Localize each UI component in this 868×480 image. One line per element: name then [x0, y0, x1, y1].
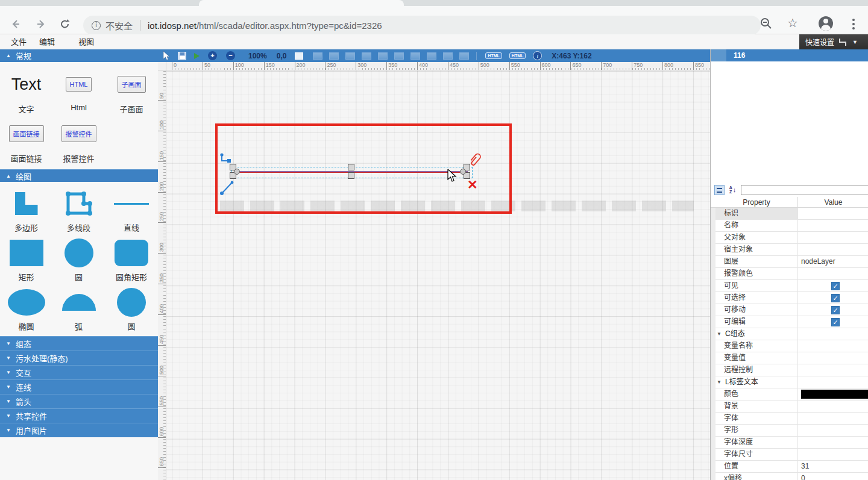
line-endpoint-handle[interactable] — [460, 169, 466, 175]
general-item[interactable]: HTMLHtml — [52, 70, 105, 120]
rotate-line-icon[interactable] — [219, 179, 235, 196]
property-value[interactable]: ✓ — [797, 280, 868, 292]
panel-header-collapsed[interactable]: ▼箭头 — [0, 394, 158, 408]
align-tool-icon[interactable] — [459, 52, 469, 60]
draw-item-arc[interactable]: 弧 — [52, 287, 105, 336]
panel-header-collapsed[interactable]: ▼污水处理(静态) — [0, 351, 158, 365]
active-tab[interactable] — [199, 0, 404, 6]
align-tool-icon[interactable] — [329, 52, 339, 60]
quick-settings-dropdown-icon[interactable]: ▼ — [852, 39, 858, 45]
checkbox-checked[interactable]: ✓ — [831, 282, 840, 290]
url-bar[interactable]: i 不安全 iot.idosp.net/html/scada/editor.as… — [83, 16, 761, 35]
panel-header-general[interactable]: ▲ 常规 — [0, 49, 158, 62]
panel-header-collapsed[interactable]: ▼连线 — [0, 379, 158, 394]
align-tool-icon[interactable] — [362, 52, 371, 60]
general-item[interactable]: 画面链接画面链接 — [0, 120, 52, 169]
menu-item-1[interactable]: 文件 — [11, 34, 27, 49]
zoom-indicator-icon[interactable] — [760, 17, 773, 33]
property-group-row[interactable]: L标签文本▼ — [711, 376, 868, 388]
resize-handle[interactable] — [348, 164, 354, 170]
property-value[interactable]: ✓ — [797, 304, 868, 316]
checkbox-checked[interactable]: ✓ — [831, 306, 840, 314]
property-value[interactable]: ✓ — [797, 292, 868, 304]
line-endpoint-handle[interactable] — [234, 169, 240, 175]
save-icon[interactable] — [178, 52, 186, 60]
align-tool-icon[interactable] — [410, 52, 420, 60]
property-row[interactable]: 字体深度 — [711, 437, 868, 449]
panel-header-collapsed[interactable]: ▼用户图片 — [0, 423, 158, 437]
menu-item-3[interactable]: 视图 — [78, 34, 94, 49]
draw-item-polyline[interactable]: 多线段 — [52, 188, 105, 237]
back-icon[interactable] — [8, 18, 23, 33]
property-row[interactable]: 可移动✓ — [711, 304, 868, 316]
align-tool-icon[interactable] — [313, 52, 322, 60]
property-row[interactable]: 颜色 — [711, 388, 868, 401]
page-info-icon[interactable]: i — [92, 21, 101, 30]
color-swatch-black[interactable] — [801, 390, 868, 399]
draw-item-roundrect[interactable]: 圆角矩形 — [105, 237, 158, 287]
align-tool-icon[interactable] — [394, 52, 404, 60]
canvas-properties-icon[interactable] — [295, 52, 303, 60]
select-cursor-icon[interactable] — [163, 51, 171, 61]
property-group-row[interactable]: C组态▼ — [711, 328, 868, 340]
profile-avatar[interactable] — [819, 16, 833, 31]
resize-handle[interactable] — [348, 172, 354, 179]
panel-header-collapsed[interactable]: ▼共享控件 — [0, 408, 158, 423]
categorized-view-icon[interactable] — [714, 185, 725, 195]
property-row[interactable]: 可见✓ — [711, 280, 868, 292]
align-tool-icon[interactable] — [427, 52, 436, 60]
html-source-icon[interactable]: HTML — [509, 52, 526, 59]
general-item[interactable]: 报警控件报警控件 — [52, 120, 105, 169]
checkbox-checked[interactable]: ✓ — [831, 294, 840, 302]
property-filter-input[interactable] — [741, 185, 868, 195]
fit-screen-icon[interactable] — [839, 39, 846, 46]
property-row[interactable]: 字形 — [711, 425, 868, 437]
preview-run-icon[interactable] — [194, 53, 200, 59]
draw-item-rect[interactable]: 矩形 — [0, 237, 52, 287]
quick-settings-bar[interactable]: 快速设置 ▼ — [799, 34, 868, 49]
menu-item-2[interactable]: 编辑 — [39, 34, 55, 49]
property-row[interactable]: 名称 — [711, 220, 868, 232]
property-row[interactable]: x偏移0 — [711, 473, 868, 480]
draw-item-ellipse[interactable]: 椭圆 — [0, 287, 52, 336]
forward-icon[interactable] — [34, 18, 48, 33]
sort-alpha-icon[interactable]: AZ↓ — [729, 185, 737, 194]
property-value[interactable]: ✓ — [797, 316, 868, 328]
property-row[interactable]: 位置31 — [711, 461, 868, 473]
property-row[interactable]: 可选择✓ — [711, 292, 868, 304]
bookmark-star-icon[interactable]: ☆ — [787, 16, 798, 30]
align-tool-icon[interactable] — [378, 52, 388, 60]
align-tool-icon[interactable] — [443, 52, 453, 60]
draw-item-circle[interactable]: 圆 — [52, 237, 105, 287]
draw-item-circle[interactable]: 圆 — [105, 287, 158, 336]
property-row[interactable]: 远程控制 — [711, 364, 868, 376]
property-row[interactable]: 可编辑✓ — [711, 316, 868, 328]
browser-menu-icon[interactable] — [852, 19, 855, 30]
draw-item-line[interactable]: 直线 — [105, 188, 158, 237]
property-row[interactable]: 图层nodeLayer — [711, 256, 868, 268]
property-row[interactable]: 字体尺寸 — [711, 449, 868, 461]
align-tool-icon[interactable] — [345, 52, 355, 60]
property-row[interactable]: 变量名称 — [711, 340, 868, 352]
property-row[interactable]: 父对象 — [711, 232, 868, 244]
property-row[interactable]: 标识 — [711, 208, 868, 220]
zoom-in-icon[interactable]: + — [208, 51, 217, 60]
property-row[interactable]: 变量值 — [711, 352, 868, 364]
design-canvas[interactable]: ✕ — [166, 70, 710, 480]
draw-item-polygon[interactable]: 多边形 — [0, 188, 52, 237]
reload-icon[interactable] — [58, 18, 72, 33]
zoom-out-icon[interactable]: − — [226, 51, 235, 60]
property-row[interactable]: 报警颜色 — [711, 268, 868, 280]
panel-header-collapsed[interactable]: ▼组态 — [0, 336, 158, 351]
property-row[interactable]: 字体 — [711, 413, 868, 425]
info-icon[interactable]: i — [533, 51, 542, 60]
delete-element-icon[interactable]: ✕ — [467, 179, 478, 191]
checkbox-checked[interactable]: ✓ — [831, 318, 840, 326]
general-item[interactable]: 子画面子画面 — [105, 70, 158, 120]
html-edit-icon[interactable]: HTML — [485, 52, 502, 59]
general-item[interactable]: Text文字 — [0, 70, 52, 120]
property-row[interactable]: 宿主对象 — [711, 244, 868, 256]
property-row[interactable]: 背景 — [711, 401, 868, 413]
panel-header-draw[interactable]: ▲ 绘图 — [0, 169, 158, 182]
edit-nodes-icon[interactable] — [219, 152, 233, 166]
